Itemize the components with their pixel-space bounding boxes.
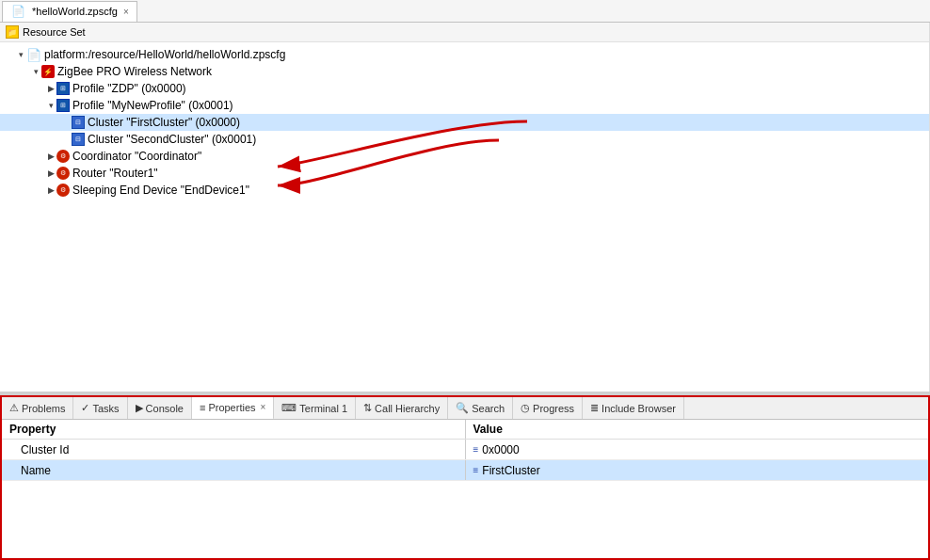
- tab-problems-label: Problems: [22, 403, 65, 414]
- terminal-icon: ⌨: [281, 402, 297, 414]
- properties-data-table: Property Value Cluster Id ≡ 0x0000: [2, 420, 928, 481]
- tree-label-router: Router "Router1": [72, 167, 158, 180]
- resource-set-label: Resource Set: [23, 26, 86, 38]
- tab-properties[interactable]: ≡ Properties ×: [192, 397, 274, 420]
- tree-label-first-cluster: Cluster "FirstCluster" (0x0000): [88, 116, 240, 129]
- tab-terminal[interactable]: ⌨ Terminal 1: [274, 397, 356, 420]
- expand-sleeping[interactable]: ▶: [45, 184, 56, 196]
- resource-set-bar: 📁 Resource Set: [0, 23, 929, 42]
- tab-includebrowser-label: Include Browser: [601, 403, 676, 414]
- tab-console-label: Console: [146, 403, 184, 414]
- properties-close[interactable]: ×: [261, 402, 266, 412]
- tasks-icon: ✓: [81, 402, 89, 414]
- property-name-name: Name: [2, 460, 465, 481]
- zigbee-icon: ⚡: [41, 65, 55, 78]
- tree-label-sleeping: Sleeping End Device "EndDevice1": [72, 184, 249, 197]
- tab-search[interactable]: 🔍 Search: [448, 397, 513, 420]
- profile-mynew-icon: ⊞: [56, 99, 70, 112]
- tab-progress[interactable]: ◷ Progress: [513, 397, 583, 420]
- property-value-clusterid: ≡ 0x0000: [465, 440, 928, 460]
- search-icon: 🔍: [456, 402, 469, 414]
- tree-item-mynew[interactable]: ▾ ⊞ Profile "MyNewProfile" (0x0001): [0, 97, 929, 114]
- problems-icon: ⚠: [9, 402, 19, 414]
- resource-set-icon: 📁: [6, 25, 19, 39]
- property-value-name: ≡ FirstCluster: [465, 460, 928, 481]
- editor-tab-bar: 📄 *helloWorld.zpscfg ×: [0, 0, 930, 23]
- col-value-header: Value: [465, 420, 928, 440]
- main-container: 📄 *helloWorld.zpscfg × 📁 Resource Set ▾ …: [0, 0, 930, 560]
- tab-tasks-label: Tasks: [92, 403, 119, 414]
- tree-item-first-cluster[interactable]: ▶ ⊟ Cluster "FirstCluster" (0x0000): [0, 114, 929, 131]
- tree-item-sleeping[interactable]: ▶ ⚙ Sleeping End Device "EndDevice1": [0, 182, 929, 199]
- tree-item-second-cluster[interactable]: ▶ ⊟ Cluster "SecondCluster" (0x0001): [0, 131, 929, 148]
- tree-item-zigbee[interactable]: ▾ ⚡ ZigBee PRO Wireless Network: [0, 63, 929, 80]
- expand-mynew[interactable]: ▾: [45, 100, 56, 111]
- table-header-row: Property Value: [2, 420, 928, 440]
- callhierarchy-icon: ⇅: [363, 402, 372, 414]
- property-name-clusterid: Cluster Id: [2, 440, 465, 460]
- tab-search-label: Search: [472, 403, 505, 414]
- tree-label-root: platform:/resource/HelloWorld/helloWorld…: [44, 48, 285, 61]
- tree-label-second-cluster: Cluster "SecondCluster" (0x0001): [88, 133, 256, 146]
- table-row-selected[interactable]: Name ≡ FirstCluster: [2, 460, 928, 481]
- table-row[interactable]: Cluster Id ≡ 0x0000: [2, 440, 928, 460]
- value-cell-clusterid: ≡ 0x0000: [473, 443, 922, 456]
- expand-zigbee[interactable]: ▾: [30, 66, 41, 77]
- expand-coordinator[interactable]: ▶: [45, 151, 56, 162]
- tree-item-zdp[interactable]: ▶ ⊞ Profile "ZDP" (0x0000): [0, 80, 929, 97]
- properties-icon: ≡: [200, 402, 205, 413]
- value-icon-clusterid: ≡: [473, 444, 479, 455]
- tab-terminal-label: Terminal 1: [299, 403, 347, 414]
- progress-icon: ◷: [521, 402, 530, 414]
- content-area: 📁 Resource Set ▾ 📄 platform:/resource/He…: [0, 23, 930, 392]
- file-tab-icon: 📄: [10, 4, 25, 19]
- tree-item-coordinator[interactable]: ▶ ⚙ Coordinator "Coordinator": [0, 148, 929, 165]
- cluster-first-icon: ⊟: [72, 116, 85, 129]
- tab-callhierarchy-label: Call Hierarchy: [375, 403, 440, 414]
- tree-item-root[interactable]: ▾ 📄 platform:/resource/HelloWorld/helloW…: [0, 46, 929, 63]
- router-icon: ⚙: [56, 167, 70, 180]
- tab-console[interactable]: ▶ Console: [128, 397, 192, 420]
- tree-label-zdp: Profile "ZDP" (0x0000): [72, 82, 186, 95]
- tree-panel: 📁 Resource Set ▾ 📄 platform:/resource/He…: [0, 23, 930, 392]
- editor-tab-label: *helloWorld.zpscfg: [32, 6, 118, 17]
- cluster-second-icon: ⊟: [72, 133, 85, 146]
- tab-properties-label: Properties: [208, 402, 255, 413]
- tree-label-mynew: Profile "MyNewProfile" (0x0001): [72, 99, 233, 112]
- tab-includebrowser[interactable]: ≣ Include Browser: [583, 397, 684, 420]
- file-icon: 📄: [26, 47, 41, 62]
- bottom-tab-bar: ⚠ Problems ✓ Tasks ▶ Console ≡ Propertie…: [2, 397, 928, 420]
- tab-progress-label: Progress: [533, 403, 574, 414]
- profile-zdp-icon: ⊞: [56, 82, 70, 95]
- col-property-header: Property: [2, 420, 465, 440]
- expand-zdp[interactable]: ▶: [45, 83, 56, 94]
- properties-table: Property Value Cluster Id ≡ 0x0000: [2, 420, 928, 558]
- value-text-clusterid: 0x0000: [482, 443, 519, 456]
- tab-tasks[interactable]: ✓ Tasks: [73, 397, 127, 420]
- value-cell-name: ≡ FirstCluster: [473, 464, 922, 477]
- sleeping-icon: ⚙: [56, 184, 70, 197]
- tab-callhierarchy[interactable]: ⇅ Call Hierarchy: [356, 397, 448, 420]
- coordinator-icon: ⚙: [56, 150, 70, 163]
- tree-content: ▾ 📄 platform:/resource/HelloWorld/helloW…: [0, 42, 929, 202]
- bottom-panel: ⚠ Problems ✓ Tasks ▶ Console ≡ Propertie…: [0, 395, 930, 560]
- tab-problems[interactable]: ⚠ Problems: [2, 397, 73, 420]
- editor-tab[interactable]: 📄 *helloWorld.zpscfg ×: [2, 1, 137, 22]
- editor-tab-close[interactable]: ×: [123, 7, 129, 17]
- expand-root[interactable]: ▾: [15, 49, 26, 60]
- value-text-name: FirstCluster: [482, 464, 539, 477]
- console-icon: ▶: [136, 402, 143, 414]
- value-icon-name: ≡: [473, 465, 479, 475]
- tree-label-coordinator: Coordinator "Coordinator": [72, 150, 201, 163]
- expand-router[interactable]: ▶: [45, 168, 56, 179]
- tree-item-router[interactable]: ▶ ⚙ Router "Router1": [0, 165, 929, 182]
- tree-label-zigbee: ZigBee PRO Wireless Network: [57, 65, 212, 78]
- includebrowser-icon: ≣: [590, 402, 599, 414]
